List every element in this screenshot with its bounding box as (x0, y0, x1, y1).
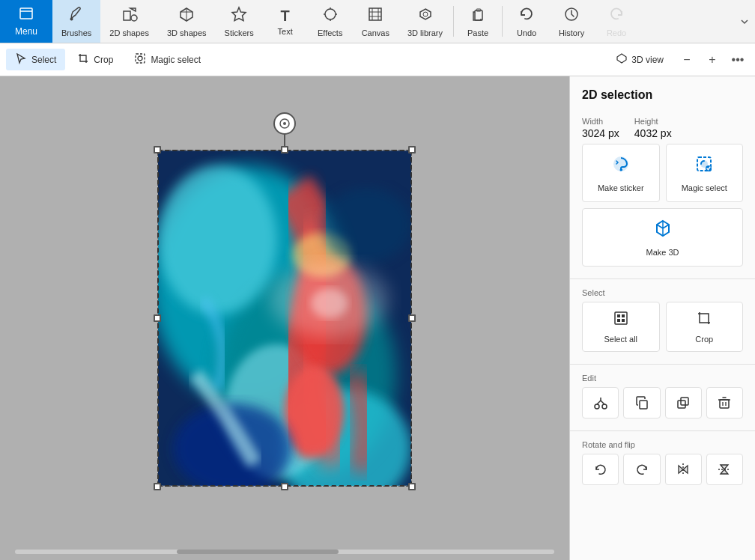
svg-rect-14 (369, 8, 381, 20)
svg-point-42 (619, 169, 622, 171)
3dshapes-label: 3D shapes (167, 28, 207, 37)
flip-horizontal-icon (717, 462, 732, 477)
toolbar-3dshapes[interactable]: 3D shapes (158, 0, 216, 43)
brushes-icon (68, 6, 85, 26)
cut-icon (593, 395, 608, 410)
magic-select-button[interactable]: Magic select (125, 49, 210, 70)
effects-icon (322, 6, 339, 26)
handle-top-left[interactable] (154, 146, 161, 153)
svg-rect-49 (617, 319, 620, 322)
make-3d-button[interactable]: Make 3D (582, 208, 743, 267)
rotation-handle[interactable] (273, 112, 296, 135)
text-label: Text (278, 27, 293, 36)
artwork-container[interactable] (157, 150, 412, 487)
rotate-right-button[interactable] (623, 454, 660, 485)
edit-buttons-row (582, 387, 743, 419)
make-sticker-button[interactable]: Make sticker (582, 144, 660, 202)
handle-bottom-right[interactable] (408, 483, 416, 490)
width-value: 3024 px (582, 127, 619, 139)
handle-bottom-middle[interactable] (281, 483, 288, 490)
rotate-right-icon (634, 462, 649, 477)
svg-rect-3 (124, 11, 130, 20)
toolbar-3dlibrary[interactable]: 3D library (398, 0, 452, 43)
canvas-scrollbar-thumb[interactable] (177, 550, 339, 554)
zoom-out-button[interactable]: − (676, 49, 698, 71)
brushes-label: Brushes (61, 28, 91, 37)
toolbar-effects[interactable]: Effects (308, 0, 353, 43)
artwork-image (157, 150, 412, 487)
sticker-magic-grid: Make sticker Magic select (582, 144, 743, 202)
select-all-button[interactable]: Select all (582, 302, 660, 352)
view-3d-button[interactable]: 3D view (607, 49, 673, 70)
collapse-button[interactable] (734, 0, 755, 43)
canvas-scrollbar[interactable] (15, 550, 554, 554)
rotate-section: Rotate and flip (570, 434, 755, 494)
cut-button[interactable] (582, 387, 619, 419)
toolbar-stickers[interactable]: Stickers (216, 0, 263, 43)
select-crop-grid: Select all Crop (582, 302, 743, 352)
select-button[interactable]: Select (6, 49, 65, 70)
magic-select-label: Magic select (151, 55, 201, 65)
svg-rect-57 (678, 401, 685, 408)
toolbar-history[interactable]: History (549, 0, 594, 43)
handle-middle-right[interactable] (408, 314, 416, 322)
select-section-label: Select (582, 288, 743, 297)
height-value: 4032 px (634, 127, 672, 139)
svg-marker-25 (617, 54, 626, 63)
select-section: Select Select all (570, 282, 755, 361)
delete-button[interactable] (706, 387, 743, 419)
panel-divider-1 (570, 279, 755, 279)
handle-middle-left[interactable] (154, 314, 161, 322)
toolbar-canvas[interactable]: Canvas (353, 0, 398, 43)
svg-point-52 (602, 404, 607, 409)
magic-select-panel-button[interactable]: Magic select (666, 144, 744, 202)
duplicate-button[interactable] (665, 387, 702, 419)
toolbar-redo[interactable]: Redo (594, 0, 639, 43)
flip-vertical-icon (676, 462, 691, 477)
toolbar-paste[interactable]: Paste (455, 0, 500, 43)
crop-button[interactable]: Crop (68, 49, 122, 70)
handle-top-right[interactable] (408, 146, 416, 153)
rotate-section-label: Rotate and flip (582, 440, 743, 449)
svg-rect-47 (617, 314, 620, 317)
svg-point-2 (70, 17, 73, 20)
menu-button[interactable]: Menu (0, 0, 52, 43)
effects-label: Effects (318, 28, 342, 37)
toolbar-2dshapes[interactable]: 2D shapes (100, 0, 158, 43)
svg-point-40 (270, 262, 389, 336)
rotate-left-button[interactable] (582, 454, 619, 485)
handle-bottom-left[interactable] (154, 483, 161, 490)
flip-vertical-button[interactable] (665, 454, 702, 485)
toolbar-brushes[interactable]: Brushes (52, 0, 100, 43)
svg-marker-8 (232, 7, 246, 21)
svg-rect-58 (681, 398, 688, 405)
svg-rect-0 (20, 8, 32, 19)
redo-icon (608, 6, 625, 26)
svg-point-27 (283, 122, 286, 125)
canvas-area[interactable] (0, 76, 569, 560)
make-sticker-label: Make sticker (598, 183, 644, 192)
width-item: Width 3024 px (582, 117, 619, 139)
svg-rect-50 (622, 319, 625, 322)
handle-top-middle[interactable] (281, 146, 288, 153)
svg-marker-65 (683, 466, 688, 473)
undo-icon (518, 6, 535, 26)
width-label: Width (582, 117, 619, 126)
svg-marker-68 (721, 469, 728, 474)
copy-button[interactable] (623, 387, 660, 419)
dimensions-section: Width 3024 px Height 4032 px (570, 111, 755, 276)
edit-section-label: Edit (582, 374, 743, 383)
zoom-in-button[interactable]: + (701, 49, 724, 71)
magic-select-panel-label: Magic select (682, 183, 727, 192)
crop-panel-button[interactable]: Crop (666, 302, 744, 352)
menu-label: Menu (15, 26, 37, 37)
crop-panel-label: Crop (695, 335, 713, 344)
toolbar-undo[interactable]: Undo (504, 0, 549, 43)
make-3d-icon (652, 218, 673, 243)
stickers-icon (231, 6, 247, 26)
svg-point-39 (322, 188, 411, 262)
toolbar-text[interactable]: T Text (263, 0, 308, 43)
more-options-button[interactable]: ••• (727, 49, 749, 71)
flip-horizontal-button[interactable] (706, 454, 743, 485)
history-label: History (559, 28, 584, 37)
